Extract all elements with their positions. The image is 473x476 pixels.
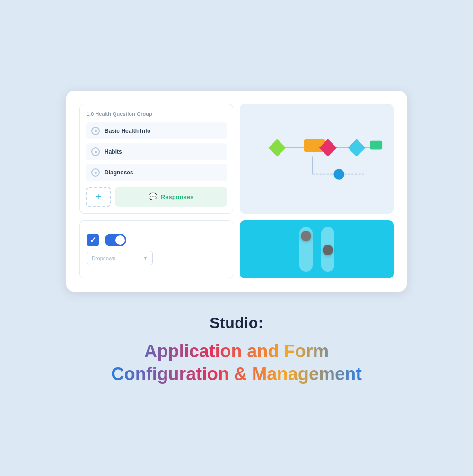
slider-thumb-2 bbox=[323, 245, 333, 255]
controls-panel: ✓ Dropdown ▼ bbox=[79, 220, 233, 278]
svg-marker-5 bbox=[268, 139, 286, 156]
form-item-1: Basic Health Info bbox=[86, 122, 227, 139]
form-actions: + 💬 Responses bbox=[86, 187, 227, 207]
svg-point-10 bbox=[333, 169, 344, 179]
dropdown-placeholder: Dropdown bbox=[92, 255, 115, 261]
panel-title: 1.0 Health Question Group bbox=[86, 111, 227, 117]
form-item-label-2: Habits bbox=[105, 148, 122, 155]
slider-2[interactable] bbox=[321, 227, 334, 272]
subtitle: Application and Form Configuration & Man… bbox=[111, 340, 362, 385]
studio-title: Studio: bbox=[210, 314, 263, 332]
responses-label: Responses bbox=[161, 193, 193, 200]
text-section: Studio: Application and Form Configurati… bbox=[111, 314, 362, 385]
form-item-icon-1 bbox=[91, 127, 100, 135]
responses-button[interactable]: 💬 Responses bbox=[115, 187, 227, 207]
feature-card: 1.0 Health Question Group Basic Health I… bbox=[66, 91, 407, 292]
slider-thumb-1 bbox=[301, 231, 311, 241]
slider-1[interactable] bbox=[299, 227, 313, 272]
flow-diagram-panel bbox=[240, 104, 394, 214]
controls-row-top: ✓ bbox=[87, 234, 126, 246]
checkbox-mock[interactable]: ✓ bbox=[87, 234, 99, 246]
form-item-2: Habits bbox=[86, 143, 227, 160]
subtitle-line2: Configuration & Management bbox=[111, 364, 362, 384]
form-item-label-3: Diagnoses bbox=[105, 169, 133, 176]
form-item-3: Diagnoses bbox=[86, 164, 227, 181]
subtitle-line1: Application and Form bbox=[144, 341, 329, 361]
controls-row-bottom: Dropdown ▼ bbox=[87, 251, 153, 265]
add-button[interactable]: + bbox=[86, 187, 111, 207]
flow-diagram-svg bbox=[251, 123, 383, 194]
sliders-panel bbox=[240, 220, 394, 278]
responses-icon: 💬 bbox=[149, 192, 158, 201]
form-item-label-1: Basic Health Info bbox=[105, 128, 150, 134]
form-item-icon-3 bbox=[91, 168, 100, 177]
toggle-mock[interactable] bbox=[105, 234, 126, 246]
page-container: 1.0 Health Question Group Basic Health I… bbox=[0, 0, 473, 476]
form-item-icon-2 bbox=[91, 147, 100, 156]
svg-rect-9 bbox=[370, 141, 382, 150]
svg-marker-8 bbox=[348, 139, 365, 156]
dropdown-mock[interactable]: Dropdown ▼ bbox=[87, 251, 153, 265]
form-list-panel: 1.0 Health Question Group Basic Health I… bbox=[79, 104, 233, 214]
chevron-down-icon: ▼ bbox=[143, 256, 148, 260]
